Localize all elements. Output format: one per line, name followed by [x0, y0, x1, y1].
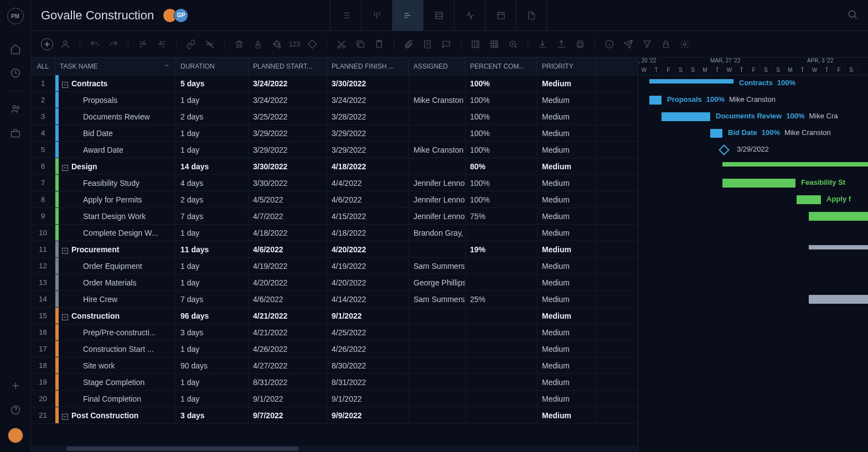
cut-icon[interactable]: [335, 38, 348, 51]
table-row[interactable]: 3 Documents Review 2 days 3/25/2022 3/28…: [31, 108, 638, 125]
gantt-view-tab[interactable]: [392, 0, 423, 31]
table-row[interactable]: 8 Apply for Permits 2 days 4/5/2022 4/6/…: [31, 191, 638, 208]
col-header-start[interactable]: PLANNED START...: [249, 58, 327, 75]
table-row[interactable]: 12 Order Equipment 1 day 4/19/2022 4/19/…: [31, 258, 638, 274]
table-row[interactable]: 14 Hire Crew 7 days 4/6/2022 4/14/2022 S…: [31, 291, 638, 308]
file-view-tab[interactable]: [516, 0, 547, 31]
col-header-assigned[interactable]: ASSIGNED: [409, 58, 466, 75]
calendar-view-tab[interactable]: [485, 0, 516, 31]
grid-header: ALL TASK NAME DURATION PLANNED START... …: [31, 58, 638, 75]
info-icon[interactable]: [603, 38, 616, 51]
table-row[interactable]: 16 Prep/Pre-constructi... 3 days 4/21/20…: [31, 324, 638, 341]
add-icon[interactable]: [9, 379, 22, 392]
shape-icon[interactable]: [306, 38, 319, 51]
outdent-icon[interactable]: [136, 38, 149, 51]
svg-point-2: [17, 106, 19, 108]
zoom-icon[interactable]: [507, 38, 520, 51]
svg-point-22: [684, 43, 686, 45]
horizontal-scrollbar[interactable]: [31, 445, 638, 452]
number-format-label[interactable]: 123: [289, 40, 300, 48]
table-row[interactable]: 9 Start Design Work 7 days 4/7/2022 4/15…: [31, 208, 638, 225]
svg-rect-17: [491, 41, 498, 48]
link-icon[interactable]: [184, 38, 198, 51]
svg-rect-3: [11, 132, 19, 137]
attach-icon[interactable]: [402, 38, 415, 51]
avatar-group[interactable]: GP: [163, 8, 188, 23]
svg-rect-19: [577, 43, 583, 45]
table-row[interactable]: 18 Site work 90 days 4/27/2022 8/30/2022…: [31, 357, 638, 374]
copy-icon[interactable]: [354, 38, 367, 51]
gantt-chart[interactable]: , 20 '22MAR, 27 '22APR, 3 '22 WTFSSMTWTF…: [638, 58, 868, 452]
print-icon[interactable]: [574, 38, 587, 51]
activity-view-tab[interactable]: [454, 0, 485, 31]
help-icon[interactable]: [9, 403, 22, 417]
view-tabs: [330, 0, 547, 31]
user-avatar-icon[interactable]: [8, 428, 23, 443]
svg-point-10: [338, 45, 340, 48]
home-icon[interactable]: [9, 42, 22, 55]
settings-icon[interactable]: [678, 38, 691, 51]
table-row[interactable]: 20 Final Completion 1 day 9/1/2022 9/1/2…: [31, 391, 638, 407]
app-logo[interactable]: PM: [7, 8, 24, 24]
board-view-tab[interactable]: [361, 0, 392, 31]
unlink-icon[interactable]: [203, 38, 216, 51]
svg-point-11: [343, 45, 345, 48]
table-row[interactable]: 7 Feasibility Study 4 days 3/30/2022 4/4…: [31, 175, 638, 191]
table-row[interactable]: 6 −Design 14 days 3/30/2022 4/18/2022 80…: [31, 158, 638, 175]
table-row[interactable]: 5 Award Date 1 day 3/29/2022 3/29/2022 M…: [31, 142, 638, 158]
undo-icon[interactable]: [88, 38, 101, 51]
left-nav-rail: PM: [0, 0, 31, 452]
table-row[interactable]: 4 Bid Date 1 day 3/29/2022 3/29/2022 100…: [31, 125, 638, 142]
indent-icon[interactable]: [155, 38, 168, 51]
sheet-view-tab[interactable]: [423, 0, 454, 31]
search-icon[interactable]: [847, 9, 858, 22]
chevron-down-icon[interactable]: [162, 61, 171, 71]
delete-icon[interactable]: [232, 38, 246, 51]
assign-icon[interactable]: [59, 38, 72, 51]
grid-icon[interactable]: [488, 38, 501, 51]
paste-icon[interactable]: [373, 38, 386, 51]
svg-rect-9: [308, 40, 317, 48]
fill-icon[interactable]: [270, 38, 283, 51]
col-header-duration[interactable]: DURATION: [176, 58, 249, 75]
svg-point-7: [849, 11, 855, 17]
header: Govalle Construction GP: [31, 0, 868, 31]
comment-icon[interactable]: [440, 38, 453, 51]
list-view-tab[interactable]: [330, 0, 361, 31]
table-row[interactable]: 15 −Construction 96 days 4/21/2022 9/1/2…: [31, 308, 638, 324]
export-icon[interactable]: [555, 38, 568, 51]
people-icon[interactable]: [9, 102, 22, 116]
table-row[interactable]: 11 −Procurement 11 days 4/6/2022 4/20/20…: [31, 241, 638, 258]
text-style-icon[interactable]: [251, 38, 265, 51]
svg-rect-16: [472, 41, 479, 48]
add-task-button[interactable]: [41, 38, 53, 50]
table-row[interactable]: 2 Proposals 1 day 3/24/2022 3/24/2022 Mi…: [31, 92, 638, 108]
toolbar: 123: [31, 31, 868, 58]
briefcase-icon[interactable]: [9, 127, 22, 140]
col-header-finish[interactable]: PLANNED FINISH ...: [327, 58, 409, 75]
send-icon[interactable]: [622, 38, 635, 51]
svg-rect-21: [664, 44, 669, 48]
lock-icon[interactable]: [659, 38, 673, 51]
note-icon[interactable]: [421, 38, 434, 51]
col-header-percent[interactable]: PERCENT COM...: [466, 58, 538, 75]
svg-rect-5: [436, 12, 442, 19]
import-icon[interactable]: [536, 38, 549, 51]
col-header-priority[interactable]: PRIORITY: [538, 58, 596, 75]
table-row[interactable]: 1 −Contracts 5 days 3/24/2022 3/30/2022 …: [31, 75, 638, 92]
table-row[interactable]: 10 Complete Design W... 1 day 4/18/2022 …: [31, 225, 638, 241]
col-header-all[interactable]: ALL: [31, 58, 55, 75]
svg-rect-6: [498, 12, 504, 18]
table-row[interactable]: 17 Construction Start ... 1 day 4/26/202…: [31, 341, 638, 357]
avatar-badge: GP: [174, 8, 188, 23]
grid-body: 1 −Contracts 5 days 3/24/2022 3/30/2022 …: [31, 75, 638, 445]
svg-point-1: [13, 106, 16, 108]
table-row[interactable]: 19 Stage Completion 1 day 8/31/2022 8/31…: [31, 374, 638, 391]
columns-icon[interactable]: [469, 38, 482, 51]
table-row[interactable]: 21 −Post Construction 3 days 9/7/2022 9/…: [31, 407, 638, 424]
redo-icon[interactable]: [107, 38, 120, 51]
clock-icon[interactable]: [9, 66, 22, 80]
col-header-task[interactable]: TASK NAME: [55, 58, 176, 75]
filter-icon[interactable]: [640, 38, 654, 51]
table-row[interactable]: 13 Order Materials 1 day 4/20/2022 4/20/…: [31, 274, 638, 291]
